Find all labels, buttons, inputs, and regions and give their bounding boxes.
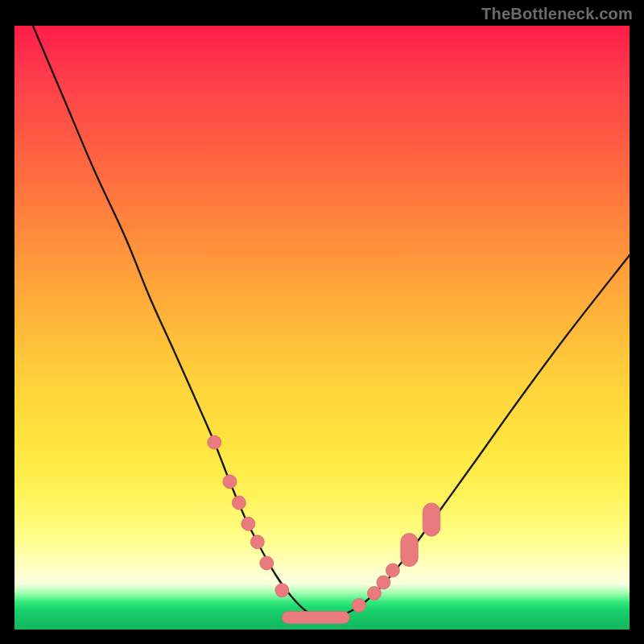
curve-marker <box>367 587 381 601</box>
curve-marker <box>232 496 246 510</box>
chart-frame: TheBottleneck.com <box>0 0 644 644</box>
bottleneck-curve <box>33 26 630 617</box>
curve-marker <box>208 436 221 449</box>
curve-marker <box>260 556 274 570</box>
curve-marker <box>250 535 264 549</box>
curve-marker <box>386 564 399 577</box>
curve-marker <box>275 584 289 597</box>
curve-marker <box>401 533 418 566</box>
curve-layer <box>14 26 630 630</box>
watermark-text: TheBottleneck.com <box>481 5 633 23</box>
curve-marker <box>223 475 237 489</box>
curve-marker <box>423 503 440 536</box>
curve-markers <box>208 436 440 624</box>
curve-marker <box>377 576 390 589</box>
curve-marker <box>282 612 349 624</box>
curve-marker <box>352 599 365 613</box>
curve-marker <box>242 517 255 530</box>
